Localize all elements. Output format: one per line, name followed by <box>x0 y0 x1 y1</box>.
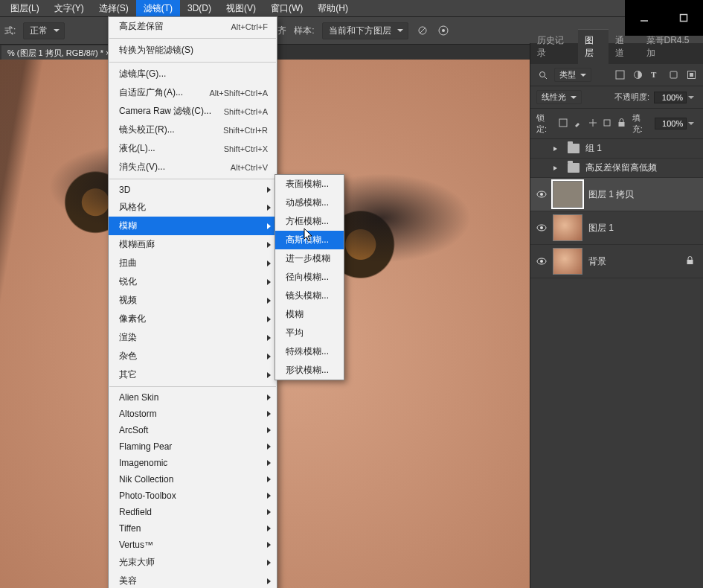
menu-item[interactable]: 方框模糊... <box>275 212 344 231</box>
menu-item[interactable]: 模糊画廊 <box>109 235 277 254</box>
menu-item[interactable]: 3D <box>109 182 277 198</box>
visibility-toggle[interactable] <box>536 223 547 233</box>
menu-item[interactable]: 扭曲 <box>109 254 277 272</box>
menu-item[interactable]: Altostorm <box>109 406 277 422</box>
adjustment-layer-filter-icon[interactable] <box>633 70 643 80</box>
lock-all-icon[interactable] <box>617 118 628 129</box>
pressure-icon[interactable] <box>437 24 450 37</box>
menu-item[interactable]: 形状模糊... <box>275 361 344 380</box>
menu-item[interactable]: 滤镜库(G)... <box>109 65 277 83</box>
lock-artboard-icon[interactable] <box>603 118 613 129</box>
svg-rect-23 <box>687 260 693 264</box>
layer-blend-mode-select[interactable]: 线性光 <box>536 90 582 104</box>
visibility-toggle[interactable] <box>536 144 547 154</box>
menu-item[interactable]: 模糊 <box>109 217 277 235</box>
menu-item[interactable]: 消失点(V)...Alt+Ctrl+V <box>109 158 277 176</box>
menu-选择(S)[interactable]: 选择(S) <box>92 0 136 17</box>
menu-item[interactable]: 特殊模糊... <box>275 342 344 361</box>
svg-rect-1 <box>680 15 687 22</box>
menu-item[interactable]: 锐化 <box>109 272 277 291</box>
menu-item[interactable]: 表面模糊... <box>275 175 344 194</box>
svg-point-22 <box>540 260 543 263</box>
layer-kind-select[interactable]: 类型 <box>554 68 591 82</box>
menu-item[interactable]: 其它 <box>109 365 277 384</box>
menu-item[interactable]: Tiffen <box>109 520 277 537</box>
menu-图层(L)[interactable]: 图层(L) <box>3 0 47 17</box>
opacity-input[interactable]: 100% <box>654 92 687 103</box>
layer-thumbnail[interactable] <box>553 214 582 241</box>
layer-thumbnail[interactable] <box>553 181 582 208</box>
shape-layer-filter-icon[interactable] <box>669 70 679 80</box>
menu-item[interactable]: 转换为智能滤镜(S) <box>109 41 277 60</box>
pixel-layer-filter-icon[interactable] <box>615 70 626 80</box>
layer-row[interactable]: 图层 1 拷贝 <box>530 178 703 211</box>
menu-item[interactable]: Camera Raw 滤镜(C)...Shift+Ctrl+A <box>109 102 277 121</box>
menu-item[interactable]: 美容 <box>109 572 277 588</box>
fill-label: 填充: <box>632 112 650 135</box>
menu-item[interactable]: 液化(L)...Shift+Ctrl+X <box>109 139 277 158</box>
layer-name[interactable]: 图层 1 <box>588 222 614 234</box>
menu-item[interactable]: 视频 <box>109 291 277 310</box>
menu-item[interactable]: Vertus™ <box>109 537 277 553</box>
panel-tab[interactable]: 历史记录 <box>530 30 578 64</box>
menu-item[interactable]: Imagenomic <box>109 455 277 471</box>
menu-窗口(W)[interactable]: 窗口(W) <box>263 0 310 17</box>
menu-item[interactable]: Alien Skin <box>109 389 277 406</box>
layer-name[interactable]: 组 1 <box>585 142 602 155</box>
lock-position-icon[interactable] <box>588 118 599 129</box>
layer-name[interactable]: 背景 <box>588 255 606 268</box>
menu-item[interactable]: 像素化 <box>109 310 277 328</box>
menu-滤镜(T)[interactable]: 滤镜(T) <box>136 0 180 17</box>
panel-tabs: 历史记录图层通道菜哥DR4.5加 <box>530 43 703 64</box>
menu-item[interactable]: 风格化 <box>109 198 277 217</box>
menu-item[interactable]: 自适应广角(A)...Alt+Shift+Ctrl+A <box>109 83 277 102</box>
menu-item[interactable]: 模糊 <box>275 305 344 324</box>
menu-item[interactable]: 平均 <box>275 324 344 342</box>
menu-帮助(H)[interactable]: 帮助(H) <box>310 0 356 17</box>
menu-item[interactable]: 镜头模糊... <box>275 287 344 305</box>
panel-tab[interactable]: 图层 <box>578 29 609 64</box>
ignore-adjustment-icon[interactable] <box>416 24 429 37</box>
layer-name[interactable]: 图层 1 拷贝 <box>588 188 634 201</box>
visibility-toggle[interactable] <box>536 256 547 266</box>
layer-row[interactable]: 图层 1 <box>530 211 703 245</box>
menu-item[interactable]: 光束大师 <box>109 553 277 572</box>
fill-input[interactable]: 100% <box>655 118 687 130</box>
lock-fill-row: 锁定: 填充: 100% <box>530 109 703 139</box>
panel-tab[interactable]: 通道 <box>609 30 639 64</box>
menu-视图(V)[interactable]: 视图(V) <box>219 0 263 17</box>
menu-item[interactable]: Flaming Pear <box>109 438 277 455</box>
menu-item[interactable]: Nik Collection <box>109 471 277 488</box>
menu-item[interactable]: Photo-Toolbox <box>109 488 277 504</box>
layer-row[interactable]: 组 1 <box>530 139 703 159</box>
blend-mode-select[interactable]: 正常 <box>23 22 65 39</box>
menu-item[interactable]: ArcSoft <box>109 422 277 438</box>
menu-文字(Y)[interactable]: 文字(Y) <box>47 0 92 17</box>
expand-chevron-icon[interactable] <box>553 144 559 154</box>
smart-object-filter-icon[interactable] <box>687 70 697 80</box>
menu-item[interactable]: 渲染 <box>109 328 277 347</box>
visibility-toggle[interactable] <box>536 189 547 199</box>
menu-item[interactable]: 高斯模糊... <box>275 231 344 249</box>
document-tab[interactable]: % (图层 1 拷贝, RGB/8#) * × <box>1 45 116 61</box>
layer-thumbnail[interactable] <box>553 248 582 275</box>
lock-brush-icon[interactable] <box>574 118 584 129</box>
menu-item[interactable]: 动感模糊... <box>275 194 344 212</box>
menu-item[interactable]: 进一步模糊 <box>275 249 344 268</box>
expand-chevron-icon[interactable] <box>553 163 559 173</box>
layer-name[interactable]: 高反差保留高低频 <box>585 162 657 174</box>
lock-pixels-icon[interactable] <box>559 118 569 129</box>
visibility-toggle[interactable] <box>536 163 547 173</box>
svg-rect-16 <box>618 122 624 127</box>
layer-row[interactable]: 高反差保留高低频 <box>530 159 703 178</box>
sample-select[interactable]: 当前和下方图层 <box>322 22 408 39</box>
type-layer-filter-icon[interactable]: T <box>651 70 661 80</box>
menu-item[interactable]: 高反差保留Alt+Ctrl+F <box>109 17 277 36</box>
layer-row[interactable]: 背景 <box>530 245 703 278</box>
menu-item[interactable]: 镜头校正(R)...Shift+Ctrl+R <box>109 121 277 139</box>
menu-3D(D)[interactable]: 3D(D) <box>180 1 219 16</box>
menu-item[interactable]: Redfield <box>109 504 277 520</box>
menu-item[interactable]: 径向模糊... <box>275 268 344 287</box>
panel-tab[interactable]: 菜哥DR4.5加 <box>640 30 703 64</box>
menu-item[interactable]: 杂色 <box>109 347 277 365</box>
